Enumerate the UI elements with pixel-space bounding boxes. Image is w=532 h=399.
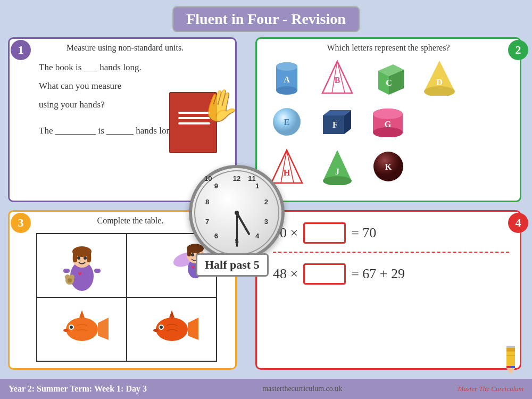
shape-j: J	[313, 145, 362, 188]
shape-empty-1	[466, 56, 514, 98]
svg-text:C: C	[386, 78, 392, 87]
clock-7: 7	[203, 217, 212, 227]
shape-c: C	[364, 56, 413, 98]
cone-d-icon: D	[424, 59, 455, 96]
shapes-grid: A B C	[257, 56, 520, 188]
shape-empty-2	[415, 101, 464, 143]
table-cell-doll-cartoon	[37, 234, 127, 297]
s1-instruction: Measure using non-standard units.	[10, 39, 235, 55]
svg-marker-58	[169, 310, 174, 318]
svg-line-30	[287, 150, 294, 183]
prism-f-icon: F	[320, 107, 355, 137]
book-illustration: ✋	[164, 87, 233, 177]
clock-10: 10	[203, 174, 213, 184]
svg-rect-41	[87, 252, 91, 262]
clock-3: 3	[261, 217, 271, 227]
answer-box-1[interactable]	[303, 222, 346, 244]
pencil-icon	[500, 343, 521, 375]
svg-text:D: D	[436, 78, 443, 87]
svg-point-2	[276, 86, 297, 95]
svg-text:B: B	[335, 76, 340, 85]
table-row	[37, 297, 217, 361]
clock-12: 12	[232, 174, 242, 184]
svg-marker-57	[188, 318, 198, 340]
cylinder-g-icon: G	[371, 106, 405, 137]
shape-a: A	[262, 56, 311, 98]
footer-website: masterthecurriculum.co.uk	[262, 385, 342, 393]
svg-point-54	[70, 326, 73, 329]
clock-container: 12 1 2 3 4 5 6 7 8 9 10 11	[189, 165, 285, 261]
svg-marker-52	[79, 310, 85, 318]
badge-4: 4	[508, 213, 528, 233]
s4-divider	[273, 252, 509, 253]
doll-cartoon-icon	[58, 238, 106, 291]
equation-2: 48 × = 67 + 29	[273, 263, 509, 285]
section-4: 10 × = 70 48 × = 67 + 29	[255, 210, 521, 370]
eq1-right: = 70	[351, 225, 376, 241]
clock-4: 4	[253, 231, 262, 241]
clock-2: 2	[261, 197, 271, 207]
svg-point-60	[160, 326, 163, 329]
svg-point-55	[63, 329, 69, 332]
eq2-left: 48 ×	[273, 266, 298, 282]
sphere-k-icon: K	[372, 150, 405, 183]
svg-text:G: G	[385, 120, 392, 129]
half-past-label: Half past 5	[196, 253, 269, 277]
svg-point-61	[153, 329, 159, 332]
svg-point-26	[373, 109, 403, 119]
section-2: Which letters represent the spheres? A B	[255, 37, 521, 202]
shape-empty-3	[466, 101, 514, 143]
svg-text:K: K	[385, 162, 392, 171]
shape-b: B	[313, 56, 362, 98]
badge-1: 1	[11, 40, 31, 60]
clock-face: 12 1 2 3 4 5 6 7 8 9 10 11	[189, 165, 285, 261]
svg-text:E: E	[284, 118, 289, 127]
cone-j-icon: J	[322, 148, 353, 185]
badge-3: 3	[11, 213, 31, 233]
table-cell-fish-2	[127, 297, 217, 361]
footer-year-info: Year 2: Summer Term: Week 1: Day 3	[9, 384, 147, 394]
clock-6: 6	[211, 231, 221, 241]
svg-point-49	[68, 278, 72, 282]
cylinder-a-icon: A	[273, 60, 301, 95]
svg-text:A: A	[284, 75, 290, 84]
clock-8: 8	[203, 197, 212, 207]
book-line	[178, 122, 210, 124]
clock-center	[235, 211, 239, 215]
svg-point-42	[77, 256, 80, 260]
minute-hand	[236, 213, 238, 247]
fish-icon	[55, 307, 109, 350]
answer-box-2[interactable]	[303, 263, 346, 285]
sphere-e-icon: E	[271, 106, 303, 138]
fish-2-icon	[145, 307, 198, 350]
shape-e: E	[262, 101, 311, 143]
title-bar: Fluent in Four - Revision	[172, 6, 360, 32]
equation-1: 10 × = 70	[273, 222, 509, 244]
svg-text:J: J	[335, 167, 339, 176]
svg-rect-44	[63, 269, 70, 273]
shape-k: K	[364, 145, 413, 188]
s1-line1: The book is ___ hands long.	[39, 60, 225, 76]
svg-rect-76	[506, 366, 511, 368]
shape-g: G	[364, 101, 413, 143]
pencil-decoration	[500, 343, 521, 377]
s4-equations: 10 × = 70 48 × = 67 + 29	[257, 212, 520, 298]
svg-rect-40	[73, 252, 77, 262]
footer-brand: Master The Curriculum	[458, 385, 523, 393]
eq2-right: = 67 + 29	[351, 266, 405, 282]
cube-c-icon: C	[373, 60, 404, 95]
page-title: Fluent in Four - Revision	[186, 11, 346, 28]
clock-11: 11	[247, 174, 257, 184]
badge-2: 2	[508, 40, 528, 60]
shape-d: D	[415, 56, 464, 98]
s2-instruction: Which letters represent the spheres?	[257, 39, 520, 56]
svg-rect-73	[506, 346, 515, 348]
pyramid-b-icon: B	[321, 59, 353, 95]
shape-f: F	[313, 101, 362, 143]
svg-marker-51	[98, 318, 109, 340]
svg-marker-72	[506, 368, 515, 375]
svg-point-43	[84, 256, 87, 260]
svg-rect-45	[94, 269, 101, 273]
table-cell-fish	[37, 297, 127, 361]
svg-point-3	[276, 62, 297, 71]
